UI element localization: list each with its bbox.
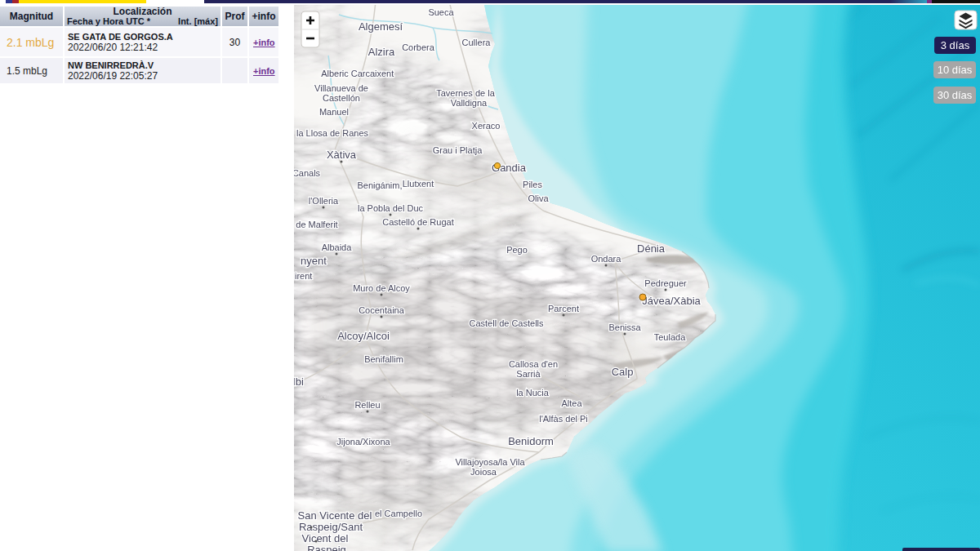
svg-text:la Pobla del Duc: la Pobla del Duc bbox=[358, 203, 424, 213]
svg-text:Raspeig: Raspeig bbox=[307, 544, 346, 551]
svg-text:Castellón: Castellón bbox=[323, 93, 360, 103]
svg-text:Sarrià: Sarrià bbox=[516, 369, 541, 379]
svg-text:Parcent: Parcent bbox=[548, 304, 579, 313]
svg-text:Sueca: Sueca bbox=[428, 7, 454, 17]
svg-text:10 días: 10 días bbox=[938, 64, 973, 76]
svg-text:Benidorm: Benidorm bbox=[508, 435, 554, 447]
svg-text:Castelló de Rugat: Castelló de Rugat bbox=[382, 217, 453, 227]
svg-text:Vicent del: Vicent del bbox=[302, 532, 349, 544]
svg-text:Altea: Altea bbox=[561, 398, 582, 408]
svg-text:Ibi: Ibi bbox=[294, 375, 304, 388]
svg-text:Villajoyosa/la Vila: Villajoyosa/la Vila bbox=[455, 457, 525, 467]
svg-text:Relleu: Relleu bbox=[354, 400, 380, 410]
svg-text:irent: irent bbox=[295, 271, 312, 281]
svg-text:Benigánim,: Benigánim, bbox=[357, 180, 402, 190]
svg-text:Calp: Calp bbox=[612, 366, 634, 378]
svg-text:de Malferit: de Malferit bbox=[296, 220, 337, 229]
svg-text:San Vicente del: San Vicente del bbox=[298, 509, 372, 522]
svg-text:3 días: 3 días bbox=[941, 39, 970, 51]
svg-text:Benissa: Benissa bbox=[608, 322, 641, 332]
svg-text:Carcaixent: Carcaixent bbox=[351, 69, 394, 78]
svg-text:30 días: 30 días bbox=[938, 89, 973, 101]
svg-text:Jijona/Xixona: Jijona/Xixona bbox=[336, 437, 390, 447]
svg-text:la Nucia: la Nucia bbox=[516, 388, 550, 398]
svg-text:Llutxent: Llutxent bbox=[403, 179, 434, 189]
svg-text:Benifallim: Benifallim bbox=[364, 354, 403, 364]
svg-text:Ondara: Ondara bbox=[591, 254, 622, 264]
svg-text:Muro de Alcoy: Muro de Alcoy bbox=[353, 283, 410, 293]
svg-text:Pedreguer: Pedreguer bbox=[644, 278, 687, 288]
svg-text:Raspeig/Sant: Raspeig/Sant bbox=[299, 521, 363, 533]
svg-text:l'Alfàs del Pi: l'Alfàs del Pi bbox=[539, 414, 588, 424]
svg-text:Oliva: Oliva bbox=[528, 193, 549, 203]
svg-text:l'Olleria: l'Olleria bbox=[309, 196, 339, 206]
svg-text:Piles: Piles bbox=[523, 180, 542, 189]
svg-text:la Llosa de Ranes: la Llosa de Ranes bbox=[296, 128, 369, 138]
svg-text:Jávea/Xàbia: Jávea/Xàbia bbox=[642, 295, 701, 307]
svg-text:Tavernes de la: Tavernes de la bbox=[436, 88, 495, 98]
svg-text:Cullera: Cullera bbox=[462, 38, 492, 47]
svg-text:el Campello: el Campello bbox=[375, 509, 422, 518]
svg-text:nyent: nyent bbox=[301, 255, 327, 267]
svg-text:Algemesí: Algemesí bbox=[359, 20, 403, 33]
svg-text:Canals: Canals bbox=[294, 168, 321, 178]
svg-text:Alberic: Alberic bbox=[321, 69, 349, 78]
svg-text:Teulada: Teulada bbox=[654, 332, 686, 342]
svg-text:Cocentaina: Cocentaina bbox=[359, 305, 405, 315]
svg-text:Villanueva de: Villanueva de bbox=[314, 83, 368, 93]
svg-text:Pego: Pego bbox=[506, 245, 528, 255]
svg-text:Alcoy/Alcoi: Alcoy/Alcoi bbox=[337, 330, 390, 342]
svg-text:Valldigna: Valldigna bbox=[451, 98, 488, 108]
svg-text:Castell de Castells: Castell de Castells bbox=[469, 318, 544, 328]
svg-text:Alzira: Alzira bbox=[368, 46, 395, 58]
svg-text:Callosa d'en: Callosa d'en bbox=[509, 359, 558, 369]
svg-text:Manuel: Manuel bbox=[319, 107, 349, 117]
svg-text:Corbera: Corbera bbox=[402, 42, 435, 52]
svg-text:Xeraco: Xeraco bbox=[472, 121, 501, 131]
svg-text:Xàtiva: Xàtiva bbox=[327, 149, 357, 161]
svg-text:Dénia: Dénia bbox=[637, 242, 666, 255]
svg-text:Grau i Platja: Grau i Platja bbox=[433, 145, 483, 155]
svg-text:Joiosa: Joiosa bbox=[470, 467, 497, 477]
svg-text:Albaida: Albaida bbox=[322, 242, 353, 252]
